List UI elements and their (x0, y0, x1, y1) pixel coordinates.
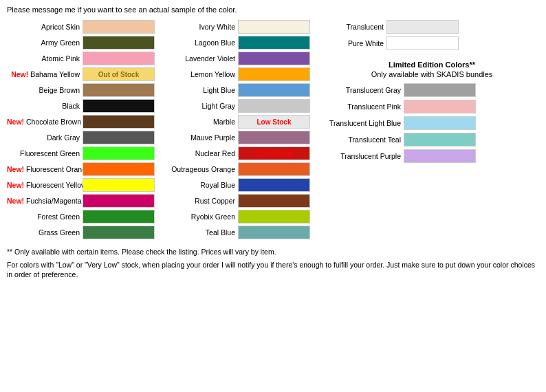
color-swatch (83, 178, 155, 192)
basic-color-name: Pure White (325, 39, 386, 47)
basic-swatches: TranslucentPure White (325, 19, 539, 52)
limited-color-name: Translucent Teal (325, 135, 404, 144)
list-item: Lagoon Blue (162, 35, 314, 50)
color-swatch (83, 146, 155, 160)
color-name-label: Mauve Purple (162, 133, 238, 142)
list-item: New! Fluorescent Yellow (7, 177, 158, 193)
limited-color-swatch (404, 116, 476, 130)
list-item: Light Gray (162, 98, 314, 113)
limited-color-name: Translucent Light Blue (325, 119, 404, 127)
out-of-stock-label: Out of Stock (98, 71, 139, 78)
limited-color-name: Translucent Purple (325, 152, 404, 160)
color-name-label: New! Fluorescent Orange (7, 165, 83, 173)
color-name-label: New! Fuchsia/Magenta (7, 197, 83, 205)
color-name-label: Marble (162, 118, 238, 126)
list-item: Nuclear RedLow Stock (162, 146, 314, 161)
color-name-label: Army Green (7, 39, 83, 47)
list-item: Teal Blue (162, 225, 314, 240)
color-swatch (83, 83, 155, 97)
color-name-label: Atomic Pink (7, 54, 83, 63)
basic-swatch-row: Translucent (325, 19, 539, 34)
color-swatch (83, 162, 155, 176)
list-item: Grass Green (7, 225, 158, 240)
color-swatch (83, 226, 155, 239)
color-name-label: Light Blue (162, 86, 238, 94)
color-name-label: Light Gray (162, 102, 238, 110)
color-name-label: New! Fluorescent Yellow (7, 181, 83, 189)
footer-line2: For colors with "Low" or "Very Low" stoc… (7, 260, 539, 280)
list-item: Black (7, 98, 158, 113)
limited-title: Limited Edition Colors** (325, 61, 539, 69)
color-name-label: Royal Blue (162, 181, 238, 189)
color-swatch (238, 226, 310, 239)
color-swatch (83, 115, 155, 129)
color-swatch (83, 210, 155, 224)
color-name-label: New! Chocolate Brown (7, 118, 83, 126)
basic-swatch-row: Pure White (325, 36, 539, 51)
color-swatch (238, 67, 310, 81)
header-text: Please message me if you want to see an … (7, 6, 539, 14)
limited-swatch-row: Translucent Light Blue (325, 116, 539, 131)
limited-color-swatch (404, 133, 476, 146)
basic-color-swatch (386, 20, 459, 34)
color-swatch (238, 99, 310, 113)
column1: Apricot SkinArmy GreenAtomic PinkNew! Ba… (7, 19, 158, 240)
limited-color-swatch (404, 100, 476, 113)
list-item: Ryobix Green (162, 209, 314, 224)
color-name-label: Lemon Yellow (162, 70, 238, 78)
basic-color-swatch (386, 36, 459, 50)
color-swatch (83, 20, 155, 34)
color-name-label: Lavender Violet (162, 54, 238, 63)
list-item: Light Blue (162, 83, 314, 98)
color-name-label: Teal Blue (162, 228, 238, 237)
limited-subtitle: Only available with SKADIS bundles (325, 70, 539, 78)
color-swatch (83, 194, 155, 208)
color-swatch (238, 131, 310, 144)
color-swatch (238, 52, 310, 65)
color-swatch (238, 194, 310, 208)
list-item: Beige Brown (7, 83, 158, 98)
limited-color-swatch (404, 149, 476, 163)
color-name-label: Ryobix Green (162, 213, 238, 221)
limited-section: Limited Edition Colors** Only available … (325, 61, 539, 165)
color-swatch: Low Stock (238, 115, 310, 129)
limited-swatch-row: Translucent Pink (325, 99, 539, 114)
list-item: Apricot Skin (7, 19, 158, 34)
color-swatch (238, 20, 310, 34)
list-item: Army Green (7, 35, 158, 50)
list-item: Royal Blue (162, 177, 314, 193)
color-swatch (83, 52, 155, 65)
color-name-label: Dark Gray (7, 133, 83, 142)
footer-line1: ** Only available with certain items. Pl… (7, 247, 539, 257)
main-layout: Apricot SkinArmy GreenAtomic PinkNew! Ba… (7, 19, 539, 240)
color-name-label: New! Bahama Yellow (7, 70, 83, 78)
color-swatch: Out of Stock (83, 67, 155, 81)
list-item: Ivory White (162, 19, 314, 34)
color-name-label: Forest Green (7, 213, 83, 221)
limited-color-name: Translucent Gray (325, 86, 404, 94)
color-swatch (83, 36, 155, 50)
color-swatch (238, 162, 310, 176)
list-item: New! Bahama YellowOut of Stock (7, 67, 158, 82)
list-item: Dark Gray (7, 130, 158, 145)
color-swatch (83, 131, 155, 144)
color-swatch (238, 178, 310, 192)
color-swatch: Low Stock (238, 146, 310, 160)
column2: Ivory WhiteLagoon BlueLavender VioletLem… (162, 19, 314, 240)
list-item: Forest Green (7, 209, 158, 224)
list-item: Fluorescent Green (7, 146, 158, 161)
color-name-label: Fluorescent Green (7, 149, 83, 157)
list-item: Mauve Purple (162, 130, 314, 145)
color-name-label: Lagoon Blue (162, 39, 238, 47)
color-name-label: Black (7, 102, 83, 110)
list-item: Lemon Yellow (162, 67, 314, 82)
limited-color-swatch (404, 83, 476, 97)
low-stock-label: Low Stock (256, 118, 291, 126)
list-item: Outrageous Orange (162, 162, 314, 177)
list-item: Atomic Pink (7, 51, 158, 66)
color-name-label: Outrageous Orange (162, 165, 238, 173)
right-panel: TranslucentPure White Limited Edition Co… (318, 19, 539, 165)
list-item: MarbleLow Stock (162, 114, 314, 129)
color-name-label: Ivory White (162, 23, 238, 31)
color-name-label: Rust Copper (162, 197, 238, 205)
